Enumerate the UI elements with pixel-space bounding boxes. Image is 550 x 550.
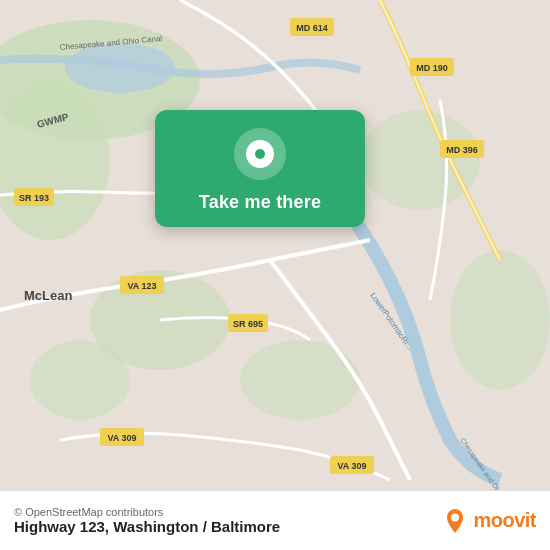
svg-text:SR 193: SR 193 bbox=[19, 193, 49, 203]
location-info: © OpenStreetMap contributors Highway 123… bbox=[14, 506, 280, 535]
svg-point-6 bbox=[450, 250, 550, 390]
map-svg: MD 614 MD 190 MD 396 VA 123 VA 309 VA 30… bbox=[0, 0, 550, 490]
moovit-wordmark: moovit bbox=[473, 509, 536, 532]
svg-point-5 bbox=[360, 110, 480, 210]
bottom-bar: © OpenStreetMap contributors Highway 123… bbox=[0, 490, 550, 550]
svg-point-8 bbox=[65, 43, 175, 93]
moovit-logo: moovit bbox=[441, 507, 536, 535]
take-me-there-button[interactable]: Take me there bbox=[199, 192, 321, 213]
svg-text:VA 309: VA 309 bbox=[337, 461, 366, 471]
svg-point-7 bbox=[240, 340, 360, 420]
map-container: MD 614 MD 190 MD 396 VA 123 VA 309 VA 30… bbox=[0, 0, 550, 490]
svg-text:MD 396: MD 396 bbox=[446, 145, 478, 155]
copyright-text: © OpenStreetMap contributors bbox=[14, 506, 163, 518]
svg-text:VA 123: VA 123 bbox=[127, 281, 156, 291]
route-title: Highway 123, Washington / Baltimore bbox=[14, 518, 280, 535]
svg-text:SR 695: SR 695 bbox=[233, 319, 263, 329]
popup-card[interactable]: Take me there bbox=[155, 110, 365, 227]
moovit-pin-icon bbox=[441, 507, 469, 535]
svg-text:McLean: McLean bbox=[24, 288, 72, 303]
svg-point-4 bbox=[30, 340, 130, 420]
svg-point-30 bbox=[451, 513, 459, 521]
svg-text:VA 309: VA 309 bbox=[107, 433, 136, 443]
location-pin-icon bbox=[234, 128, 286, 180]
svg-text:MD 190: MD 190 bbox=[416, 63, 448, 73]
svg-text:MD 614: MD 614 bbox=[296, 23, 328, 33]
